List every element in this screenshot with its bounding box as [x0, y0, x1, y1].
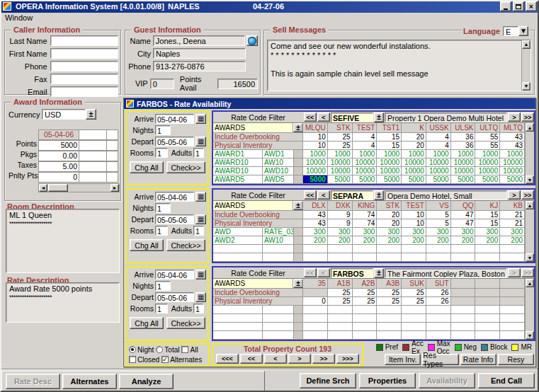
grid-vscrollbar[interactable]: ▲▼ [525, 123, 534, 184]
rate-amount-cell[interactable]: 10000 [500, 158, 525, 166]
scroll-down-button[interactable]: ▼ [522, 82, 531, 91]
rate-amount-cell[interactable]: 200 [475, 236, 500, 244]
next-property-fast-button[interactable]: >> [521, 268, 534, 277]
scroll-up-button[interactable]: ▲ [526, 123, 534, 132]
property-code-select[interactable]: FARBOS [331, 268, 373, 278]
depart-input[interactable]: 05-05-06 [155, 137, 194, 146]
scroll-down-button[interactable]: ▼ [526, 253, 534, 262]
property-code-select[interactable]: SEFIVE [331, 113, 373, 122]
rooms-input[interactable]: 1 [155, 148, 168, 158]
night-radio[interactable] [129, 346, 136, 353]
next-property-button[interactable]: > [508, 268, 521, 277]
award-hscrollbar[interactable]: ◄► [38, 183, 120, 192]
rooms-input[interactable]: 1 [155, 304, 168, 313]
language-select[interactable]: E [503, 26, 518, 36]
rate-amount-cell[interactable]: 300 [475, 228, 500, 236]
rate-amount-cell[interactable]: 1000 [402, 150, 426, 158]
rate-name-cell[interactable]: AWARD5 [213, 175, 263, 183]
caller-email-input[interactable] [50, 86, 118, 97]
item-inv-button[interactable]: Item Inv. [385, 354, 421, 365]
nav-prev-button[interactable]: < [264, 354, 287, 364]
property-code-select[interactable]: SEPARA [331, 190, 373, 200]
arrive-input[interactable]: 05-04-06 [155, 114, 194, 124]
properties-button[interactable]: Properties [359, 373, 416, 388]
rate-amount-cell[interactable]: 1000 [500, 150, 525, 158]
nav-next-button[interactable]: > [288, 354, 311, 364]
rate-amount-cell[interactable]: 10000 [500, 167, 525, 175]
rate-group-lov-button[interactable]: ± [293, 123, 303, 132]
rate-group-select[interactable]: AWARDS [213, 201, 293, 210]
prev-property-fast-button[interactable]: << [304, 190, 317, 200]
end-call-button[interactable]: End Call [478, 373, 535, 388]
rate-code-cell[interactable]: AW10 [263, 158, 294, 166]
scroll-up-button[interactable]: ▲ [526, 201, 534, 209]
rate-amount-cell[interactable]: 300 [353, 228, 378, 236]
currency-lov-button[interactable]: ± [86, 109, 96, 120]
rate-amount-cell[interactable]: 300 [303, 228, 328, 236]
sell-scrollbar[interactable]: ▲ ▼ [521, 40, 531, 91]
arrive-input[interactable]: 05-04-06 [155, 270, 194, 279]
all-checkbox[interactable] [181, 346, 188, 353]
property-code-lov-button[interactable]: ± [374, 113, 384, 122]
depart-calendar-button[interactable]: ▦ [195, 137, 206, 146]
check-button[interactable]: Check>> [166, 161, 205, 173]
rate-amount-cell[interactable]: 200 [500, 236, 525, 244]
nights-input[interactable]: 1 [155, 125, 171, 135]
analyze-button[interactable]: Analyze [119, 374, 174, 389]
rate-group-select[interactable]: AWARDS [213, 279, 293, 288]
rate-amount-cell[interactable]: 5000 [500, 175, 525, 183]
rate-amount-cell[interactable]: 1000 [377, 150, 402, 158]
rate-code-cell[interactable]: AWD5 [263, 175, 294, 183]
caller-first-name-input[interactable] [50, 48, 118, 59]
rate-amount-cell[interactable]: 1000 [475, 150, 500, 158]
rate-amount-cell[interactable]: 1000 [328, 150, 353, 158]
res-types-button[interactable]: Res Types [422, 354, 458, 365]
minimize-button[interactable] [500, 1, 511, 11]
rate-amount-cell[interactable]: 10000 [402, 158, 426, 166]
language-dropdown-button[interactable]: ▼ [518, 26, 528, 36]
award-pkgs-value[interactable]: 0.00 [38, 151, 79, 161]
currency-select[interactable]: USD [42, 109, 86, 120]
guest-phone-field[interactable]: 913-276-0876 [153, 61, 246, 71]
depart-input[interactable]: 05-05-06 [155, 292, 194, 302]
nav-last-button[interactable]: >>> [336, 354, 359, 364]
caller-fax-input[interactable] [50, 74, 118, 84]
rate-name-cell[interactable]: AWARD10 [213, 167, 263, 175]
rate-amount-cell[interactable]: 300 [426, 228, 451, 236]
rate-amount-cell[interactable]: 10000 [353, 167, 378, 175]
rooms-input[interactable]: 1 [155, 226, 168, 236]
prev-property-button[interactable]: < [317, 268, 330, 277]
rate-amount-cell[interactable]: 300 [451, 228, 476, 236]
rate-amount-cell[interactable]: 10000 [426, 167, 451, 175]
rate-amount-cell[interactable]: 200 [328, 236, 353, 244]
guest-city-field[interactable]: Naples [153, 48, 246, 59]
chg-all-button[interactable]: Chg All [130, 317, 164, 329]
rate-group-lov-button[interactable]: ± [293, 279, 303, 288]
arrive-calendar-button[interactable]: ▦ [195, 270, 206, 279]
rate-code-cell[interactable]: AWD1 [263, 150, 294, 158]
vip-field[interactable]: 0 [150, 79, 174, 89]
nav-fast-prev-button[interactable]: << [240, 354, 263, 364]
guest-name-field[interactable]: Jones., Deena [153, 35, 245, 46]
rate-amount-cell[interactable]: 5000 [402, 175, 426, 183]
close-button[interactable]: × [526, 1, 537, 11]
alternates-button[interactable]: Alternates [62, 374, 117, 389]
sell-message-textarea[interactable]: Come and see our new wonderful instalati… [267, 40, 531, 91]
caller-last-name-input[interactable] [50, 35, 118, 46]
rate-amount-cell[interactable]: 5000 [377, 175, 402, 183]
award-taxes-value[interactable]: 5.00 [38, 161, 79, 172]
rate-description-box[interactable]: Award Rate 5000 points *****************… [6, 282, 120, 323]
rate-amount-cell[interactable]: 5000 [353, 175, 378, 183]
menu-window[interactable]: Window [5, 13, 33, 22]
rate-amount-cell[interactable]: 10000 [377, 158, 402, 166]
prev-property-button[interactable]: < [317, 113, 330, 122]
rate-code-cell[interactable]: RATE_03 [263, 228, 294, 236]
rate-amount-cell[interactable]: 200 [353, 236, 378, 244]
adults-input[interactable]: 1 [193, 148, 204, 158]
arrive-calendar-button[interactable]: ▦ [195, 114, 206, 124]
rate-amount-cell[interactable]: 200 [303, 236, 328, 244]
rate-name-cell[interactable]: AWD2 [213, 236, 263, 244]
depart-input[interactable]: 05-05-06 [155, 214, 194, 224]
rate-amount-cell[interactable]: 200 [377, 236, 402, 244]
rate-amount-cell[interactable]: 10000 [475, 158, 500, 166]
